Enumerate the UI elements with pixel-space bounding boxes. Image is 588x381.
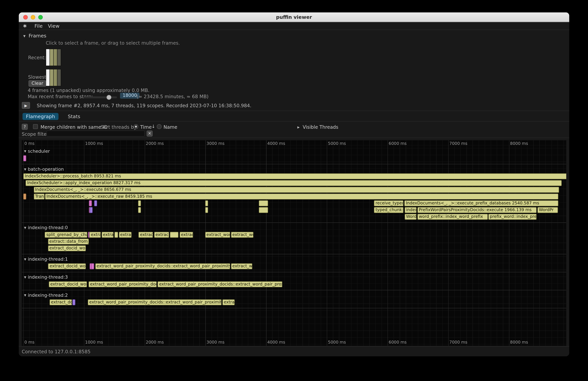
sort-by-name-radio[interactable] [157,124,162,129]
sort-by-time-label[interactable]: Time [140,124,152,130]
scope-bar[interactable] [94,200,97,206]
scope-bar[interactable]: IndexScheduler>::apply_index_operation 8… [26,180,562,186]
scope-bar[interactable]: extract [179,232,193,238]
scope-bar[interactable] [138,200,141,206]
scope-bar[interactable]: extract_docid_word [49,281,87,287]
collapse-open-icon: ▼ [24,150,26,153]
menu-file[interactable]: File [35,23,43,29]
frame-thumb-bar[interactable] [57,49,61,66]
scope-bar[interactable] [259,200,268,206]
scope-bar[interactable] [72,299,76,305]
thread-name: indexing-thread:0 [28,225,68,230]
frame-thumb-bar[interactable] [54,49,57,66]
scope-bar[interactable] [205,207,208,213]
scope-bar[interactable]: prefix_word::index_prefix_wo [488,214,537,220]
scope-bar[interactable]: extract_docid_wor [48,245,86,251]
scope-bar[interactable]: PrefixWordPairsProximityDocids::execute … [417,207,537,213]
scope-bar[interactable]: extract_ [139,232,153,238]
scope-bar[interactable]: Word [405,214,417,220]
scope-bar[interactable] [23,193,26,200]
scope-bar[interactable]: receive_typed_ [374,200,404,206]
menu-view[interactable]: View [48,23,60,29]
scope-bar[interactable]: extract_word_pair_proximity_docids::extr… [95,263,230,269]
merge-children-label[interactable]: Merge children with same ID [41,124,107,130]
merge-children-checkbox[interactable] [33,124,38,129]
sort-by-name-label[interactable]: Name [164,124,177,130]
scope-bar[interactable]: extract_doc [49,299,72,305]
max-frames-estimate: (≈ 23428.5 minutes, ≈ 68 MB) [136,94,209,100]
scope-bar[interactable]: extract_word_pair_proximity_docids::extr… [158,281,282,287]
tab-stats[interactable]: Stats [64,113,84,120]
scope-bar[interactable]: IndexScheduler>::process_batch 8953.821 … [23,173,566,179]
scope-bar[interactable]: IndexDocuments<_, _>::execute 8656.677 m… [34,187,559,193]
scope-bar[interactable]: index [405,207,417,213]
scope-bar[interactable]: Trans [34,193,45,200]
scope-bar[interactable]: extract_word [205,232,230,238]
scope-bar[interactable] [23,155,26,161]
visible-threads-header[interactable]: ▶ Visible Threads [297,124,338,130]
scope-bar[interactable]: extract_docid_wor [48,263,86,269]
thread-header-indexing-thread:1[interactable]: ▼indexing-thread:1 [24,257,68,262]
app-asterisk-icon[interactable]: ∗ [22,22,29,29]
scope-bar[interactable]: split_grenad_by_chun [45,232,88,238]
sort-by-time-radio[interactable] [134,124,138,129]
frame-thumb-bar[interactable] [50,49,53,66]
desktop-background: puffin viewer ∗ File View ▼ Frames Click… [0,0,588,381]
max-frames-slider[interactable] [83,96,117,98]
scope-filter-input[interactable] [46,130,145,137]
clear-filter-button[interactable]: × [147,130,153,137]
frames-collapse-header[interactable]: ▼ Frames [23,33,46,39]
scope-bar[interactable] [170,232,179,238]
max-frames-label: Max recent frames to store: [28,94,93,100]
scope-bar[interactable]: WordPr [538,207,558,213]
scope-bar[interactable]: extract_ [154,232,169,238]
scope-bar[interactable]: IndexDocuments<_, _>::execute_raw 8459.1… [45,193,558,200]
time-tick-label: 8000 ms [510,340,528,345]
scope-bar[interactable]: extract_wo [231,263,252,269]
sort-descending-icon[interactable]: ↓ [151,124,155,129]
frame-thumb-bar[interactable] [50,69,53,86]
scope-bar[interactable]: IndexDocuments<_, _>::execute_prefix_dat… [404,200,559,206]
scope-bar[interactable] [114,232,118,238]
thread-separator [22,254,566,254]
scope-bar[interactable]: extract_word_pair_proximity_docids::extr… [88,299,222,305]
frame-thumb-bar[interactable] [46,49,49,66]
help-button[interactable]: ? [22,124,28,130]
frame-thumb-bar[interactable] [57,69,61,86]
scope-bar[interactable]: extract_wo [231,232,253,238]
scope-bar[interactable]: extrac [119,232,132,238]
recent-frames-thumbnail[interactable] [46,49,61,66]
time-tick-label: 0 ms [24,141,34,146]
app-window: puffin viewer ∗ File View ▼ Frames Click… [19,12,569,356]
scope-bar[interactable] [259,207,268,213]
scope-bar[interactable] [138,207,141,213]
tab-flamegraph[interactable]: Flamegraph [22,113,58,120]
frames-summary: 4 frames (1 unpacked) using approximatel… [28,87,149,93]
thread-header-indexing-thread:0[interactable]: ▼indexing-thread:0 [24,225,68,230]
frame-thumb-bar[interactable] [46,69,49,86]
scope-bar[interactable]: extract::data_from_ob [48,238,89,245]
scope-bar[interactable] [89,200,92,206]
scope-bar[interactable]: extrac [222,299,235,305]
scope-bar[interactable]: word_prefix::index_word_prefix [417,214,488,220]
thread-header-scheduler[interactable]: ▼scheduler [24,148,50,154]
thread-header-indexing-thread:3[interactable]: ▼indexing-thread:3 [24,275,68,280]
scope-bar[interactable]: extract [89,232,101,238]
thread-header-indexing-thread:2[interactable]: ▼indexing-thread:2 [24,293,68,298]
scope-bar[interactable] [205,200,208,206]
play-button[interactable]: ▶ [22,102,30,109]
scope-bar[interactable] [91,263,94,269]
frame-thumb-bar[interactable] [54,69,57,86]
thread-header-batch-operation[interactable]: ▼batch-operation [24,167,64,172]
slider-knob[interactable] [106,95,111,100]
slowest-frames-thumbnail[interactable] [46,69,61,86]
time-tick-label: 0 ms [24,340,34,345]
scope-bar[interactable]: extract_word_pair_proximity_docids [88,281,157,287]
scope-bar[interactable]: extra [102,232,114,238]
collapse-open-icon: ▼ [24,258,26,261]
scope-bar[interactable] [90,207,93,213]
scope-bar[interactable]: typed_chunk::w [374,207,404,213]
flamegraph-canvas[interactable]: 0 ms0 ms1000 ms1000 ms2000 ms2000 ms3000… [22,140,566,346]
title-bar[interactable]: puffin viewer [19,12,569,22]
clear-button[interactable]: Clear [28,80,46,87]
